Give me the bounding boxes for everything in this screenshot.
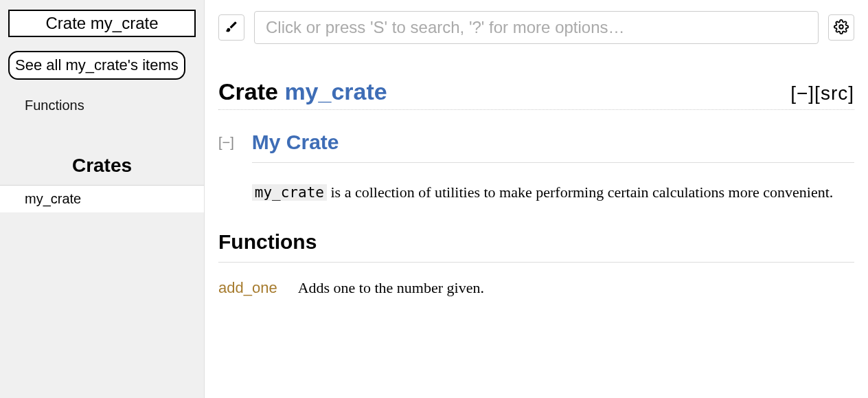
doc-description-text: is a collection of utilities to make per… (327, 184, 833, 201)
brush-icon (225, 20, 238, 36)
collapse-toggle[interactable]: [−] (218, 135, 234, 151)
gear-icon (834, 19, 849, 36)
functions-heading: Functions (218, 230, 854, 263)
sidebar-link-functions[interactable]: Functions (0, 93, 204, 118)
settings-button[interactable] (828, 14, 854, 41)
theme-toggle-button[interactable] (218, 14, 244, 41)
svg-point-0 (839, 25, 843, 29)
sidebar: Crate my_crate See all my_crate's items … (0, 0, 205, 398)
page-heading: Crate my_crate [−][src] (218, 78, 854, 110)
code-crate-name: my_crate (252, 184, 327, 201)
top-bar (218, 11, 854, 44)
doc-section: [−] My Crate my_crate is a collection of… (218, 131, 854, 204)
sidebar-crate-title: Crate my_crate (8, 10, 196, 37)
search-input[interactable] (254, 11, 819, 44)
page-title: Crate my_crate (218, 78, 387, 105)
crates-heading: Crates (0, 155, 204, 177)
collapse-all-toggle[interactable]: [−] (790, 82, 814, 104)
crates-list: my_crate (0, 185, 204, 212)
src-link[interactable]: [src] (814, 82, 854, 104)
doc-title[interactable]: My Crate (252, 131, 854, 163)
function-link-add-one[interactable]: add_one (218, 279, 277, 297)
page-head-controls: [−][src] (790, 82, 854, 104)
page-title-prefix: Crate (218, 78, 284, 104)
crate-name-link[interactable]: my_crate (284, 78, 387, 104)
see-all-items-button[interactable]: See all my_crate's items (8, 51, 185, 80)
main-content: Crate my_crate [−][src] [−] My Crate my_… (205, 0, 868, 398)
crate-item-my-crate[interactable]: my_crate (0, 186, 204, 212)
function-row: add_one Adds one to the number given. (218, 279, 854, 297)
function-desc: Adds one to the number given. (298, 279, 484, 297)
doc-description: my_crate is a collection of utilities to… (252, 181, 854, 204)
